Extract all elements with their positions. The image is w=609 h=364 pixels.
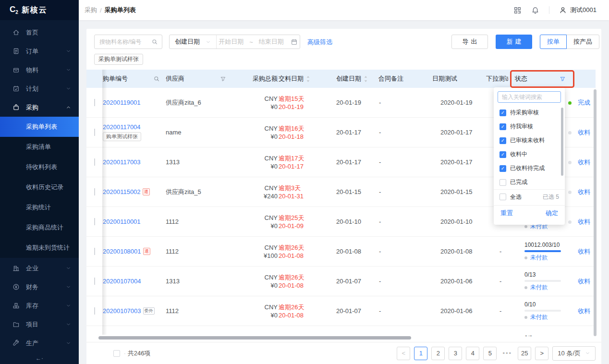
sidebar-subitem-采购商品统计[interactable]: 采购商品统计 (0, 218, 79, 238)
row-action-link[interactable]: 完成 (578, 99, 590, 106)
sidebar-item-计划[interactable]: 计划 (0, 79, 79, 98)
order-link[interactable]: 20200107003 (103, 307, 141, 315)
horizontal-scrollbar[interactable] (98, 336, 411, 340)
row-action-link[interactable]: 收料 (578, 278, 590, 285)
vertical-scrollbar[interactable] (594, 89, 597, 336)
order-link[interactable]: 20200107004 (103, 278, 141, 285)
date-range-picker[interactable]: 开始日期 ~ 结束日期 (217, 37, 300, 46)
row-action-link[interactable]: 收料 (578, 158, 590, 166)
sidebar-item-首页[interactable]: 首页 (0, 23, 79, 42)
row-action-link[interactable]: 收料 (578, 129, 590, 136)
option-checkbox[interactable]: ✓ (499, 151, 506, 158)
header-supplier[interactable]: 供应商 (166, 74, 247, 83)
sidebar-item-生产[interactable]: 生产 (0, 334, 79, 352)
sort-icon[interactable] (306, 75, 310, 83)
sidebar-subitem-采购单列表[interactable]: 采购单列表 (0, 117, 79, 137)
sidebar-subitem-采购清单[interactable]: 采购清单 (0, 137, 79, 157)
row-checkbox[interactable] (94, 218, 95, 225)
qr-code-icon[interactable] (513, 6, 522, 14)
sidebar-item-财务[interactable]: 财务 (0, 278, 79, 296)
select-all-checkbox[interactable] (113, 350, 120, 357)
row-checkbox[interactable] (94, 188, 95, 195)
status-option-已完成[interactable]: 已完成 (494, 175, 565, 189)
option-checkbox[interactable]: ✓ (499, 165, 506, 172)
advanced-filter-link[interactable]: 高级筛选 (307, 38, 332, 47)
confirm-button[interactable]: 确定 (546, 209, 558, 218)
status-option-待我审核[interactable]: ✓待我审核 (494, 120, 565, 133)
bell-icon[interactable] (531, 6, 539, 14)
sidebar-subitem-逾期未到货统计[interactable]: 逾期未到货统计 (0, 238, 79, 258)
brand-logo[interactable]: C2 新核云 (0, 0, 79, 20)
dropdown-search-input[interactable] (501, 93, 558, 101)
export-button[interactable]: 导出 (451, 35, 488, 49)
sidebar-item-项目[interactable]: 项目 (0, 315, 79, 334)
breadcrumb-section[interactable]: 采购 (85, 6, 97, 14)
view-by-product-tab[interactable]: 按产品 (566, 35, 599, 49)
header-status[interactable]: 状态 (508, 74, 572, 83)
sidebar-subitem-收料历史记录[interactable]: 收料历史记录 (0, 177, 79, 197)
status-option-已审核未收料[interactable]: ✓已审核未收料 (494, 133, 565, 147)
row-action-link[interactable]: 收料 (578, 248, 590, 255)
material-search-input[interactable] (98, 38, 151, 46)
sidebar-subitem-待收料列表[interactable]: 待收料列表 (0, 157, 79, 177)
page-button-3[interactable]: 3 (449, 347, 462, 360)
header-delivery-date[interactable]: 交料日期 (279, 74, 324, 83)
page-button-2[interactable]: 2 (431, 347, 445, 360)
view-by-order-tab[interactable]: 按单 (540, 35, 567, 49)
row-checkbox[interactable] (94, 307, 95, 315)
column-search-icon[interactable] (153, 75, 160, 82)
start-date-placeholder[interactable]: 开始日期 (219, 37, 244, 46)
prev-page-button[interactable]: < (397, 347, 410, 360)
order-link[interactable]: 20200117003 (103, 158, 141, 166)
supplier-filter-icon[interactable] (220, 76, 226, 82)
row-action-link[interactable]: 收料 (578, 218, 590, 225)
dropdown-select-all-row[interactable]: 全选 已选 5 (494, 189, 565, 204)
status-option-收料中[interactable]: ✓收料中 (494, 147, 565, 161)
row-checkbox[interactable] (94, 129, 95, 136)
search-icon[interactable] (151, 38, 158, 45)
page-button-1[interactable]: 1 (414, 347, 427, 360)
create-button[interactable]: 新建 (496, 35, 532, 49)
order-link[interactable]: 20200108001 (103, 248, 141, 255)
status-option-已收料待完成[interactable]: ✓已收料待完成 (494, 161, 565, 175)
option-checkbox[interactable]: ✓ (499, 109, 506, 116)
page-size-select[interactable]: 10 条/页 (552, 346, 596, 361)
dropdown-scrollbar[interactable] (561, 108, 563, 176)
next-page-button[interactable]: > (535, 347, 548, 360)
status-filter-icon[interactable] (560, 76, 566, 82)
order-link[interactable]: 20200115002 (103, 188, 141, 195)
row-checkbox[interactable] (94, 99, 95, 106)
option-checkbox[interactable] (499, 179, 506, 186)
sidebar-item-库存[interactable]: 库存 (0, 296, 79, 315)
sidebar-subitem-采购统计[interactable]: 采购统计 (0, 197, 79, 218)
option-checkbox[interactable]: ✓ (499, 137, 506, 144)
order-link[interactable]: 20200117004 (103, 123, 141, 131)
order-link[interactable]: 20200110001 (103, 218, 141, 225)
page-ellipsis[interactable]: ••• (500, 347, 514, 360)
page-button-5[interactable]: 5 (483, 347, 497, 360)
status-option-待采购审核[interactable]: ✓待采购审核 (494, 106, 565, 120)
row-action-link[interactable]: 收料 (578, 188, 590, 195)
select-all-option-checkbox[interactable] (499, 194, 506, 200)
row-action-link[interactable]: 收料 (578, 307, 590, 315)
applied-filter-tag[interactable]: 采购单测试样张 (94, 54, 143, 65)
end-date-placeholder[interactable]: 结束日期 (259, 37, 284, 46)
reset-button[interactable]: 重置 (500, 209, 513, 218)
user-menu[interactable]: 测试0001 (559, 6, 597, 14)
page-button-4[interactable]: 4 (466, 347, 479, 360)
order-link[interactable]: 20200119001 (103, 99, 141, 106)
sidebar-item-企业[interactable]: 企业 (0, 259, 79, 278)
sidebar-collapse-button[interactable]: ←· (0, 352, 79, 364)
sidebar-item-采购[interactable]: 采购 (0, 98, 79, 117)
sort-icon[interactable] (364, 75, 368, 83)
row-checkbox[interactable] (94, 278, 95, 285)
date-type-select[interactable]: 创建日期 (170, 35, 217, 49)
page-button-25[interactable]: 25 (518, 347, 531, 360)
option-checkbox[interactable]: ✓ (499, 123, 506, 130)
sidebar-item-物料[interactable]: 物料 (0, 61, 79, 79)
row-checkbox[interactable] (94, 248, 95, 255)
row-checkbox[interactable] (94, 158, 95, 166)
header-created-date[interactable]: 创建日期 (324, 74, 377, 83)
header-order-no[interactable]: 购单编号 (103, 74, 166, 83)
sidebar-item-订单[interactable]: 订单 (0, 42, 79, 61)
